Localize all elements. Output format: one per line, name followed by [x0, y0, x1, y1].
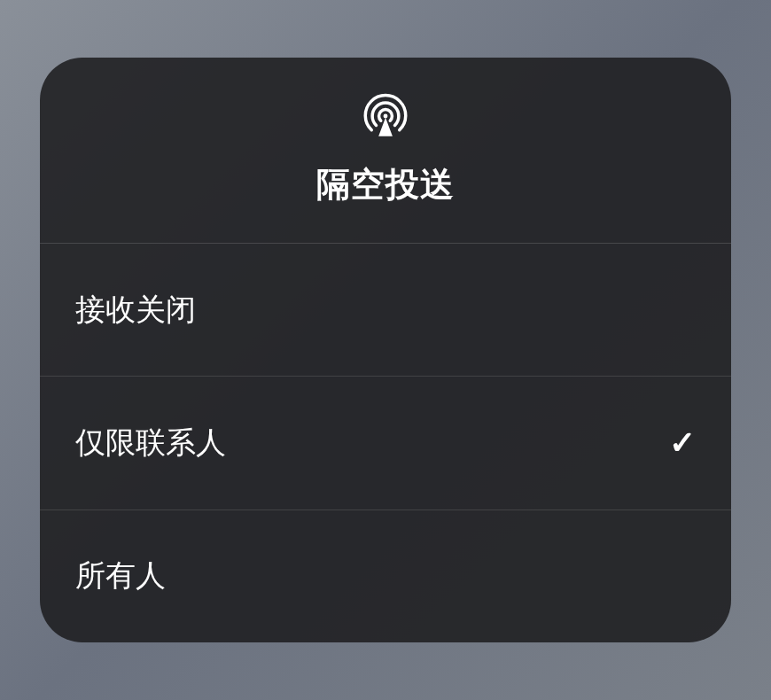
svg-point-0 [384, 114, 388, 119]
option-label: 接收关闭 [75, 290, 196, 331]
option-label: 所有人 [75, 556, 166, 596]
option-receiving-off[interactable]: 接收关闭 ✓ [40, 244, 731, 377]
panel-header: 隔空投送 [40, 58, 731, 244]
airdrop-settings-panel: 隔空投送 接收关闭 ✓ 仅限联系人 ✓ 所有人 ✓ [40, 58, 731, 642]
panel-title: 隔空投送 [316, 162, 455, 207]
options-list: 接收关闭 ✓ 仅限联系人 ✓ 所有人 ✓ [40, 244, 731, 642]
airdrop-icon [361, 91, 410, 141]
option-everyone[interactable]: 所有人 ✓ [40, 510, 731, 642]
option-label: 仅限联系人 [75, 423, 226, 463]
option-contacts-only[interactable]: 仅限联系人 ✓ [40, 377, 731, 509]
checkmark-icon: ✓ [669, 424, 696, 462]
